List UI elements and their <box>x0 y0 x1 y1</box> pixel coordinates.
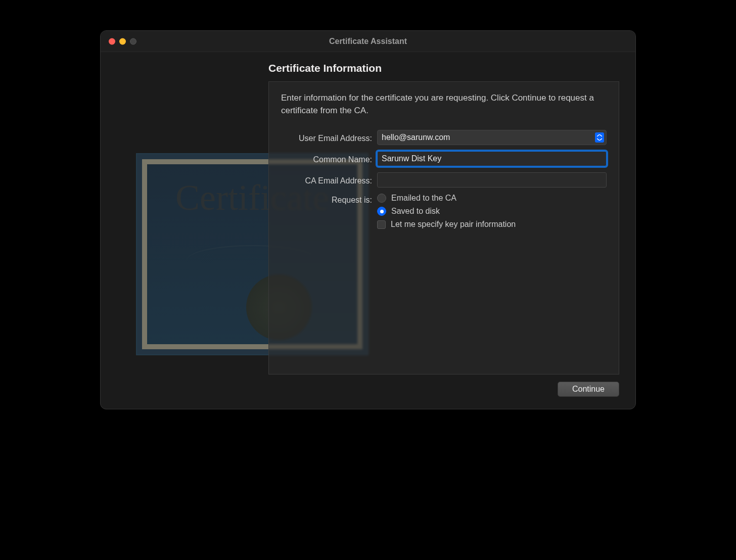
window-title: Certificate Assistant <box>101 37 635 46</box>
radio-saved-label: Saved to disk <box>391 207 440 216</box>
minimize-icon[interactable] <box>119 38 126 44</box>
user-email-value: hello@sarunw.com <box>382 133 592 142</box>
window-controls <box>109 38 136 44</box>
window-content: Certificate Information Enter informatio… <box>101 52 635 409</box>
ca-email-label: CA Email Address: <box>281 174 377 185</box>
user-email-label: User Email Address: <box>281 132 377 143</box>
request-is-label: Request is: <box>281 194 377 205</box>
radio-icon <box>377 194 386 203</box>
checkbox-specify-keypair[interactable]: Let me specify key pair information <box>377 220 607 229</box>
ca-email-input[interactable] <box>377 172 607 188</box>
checkbox-icon <box>377 220 386 229</box>
form-panel: Enter information for the certificate yo… <box>268 81 619 375</box>
radio-emailed-to-ca[interactable]: Emailed to the CA <box>377 194 607 203</box>
chevron-down-icon[interactable] <box>595 132 604 143</box>
checkbox-specify-label: Let me specify key pair information <box>391 220 516 229</box>
zoom-disabled-icon <box>130 38 136 44</box>
user-email-combobox[interactable]: hello@sarunw.com <box>377 130 607 145</box>
titlebar: Certificate Assistant <box>101 31 635 52</box>
continue-button[interactable]: Continue <box>558 382 619 397</box>
common-name-label: Common Name: <box>281 153 377 164</box>
radio-emailed-label: Emailed to the CA <box>391 194 456 203</box>
section-title: Certificate Information <box>268 62 619 74</box>
radio-selected-icon <box>377 207 386 216</box>
certificate-assistant-window: Certificate Assistant Certificate Inform… <box>100 30 636 409</box>
close-icon[interactable] <box>109 38 115 44</box>
radio-saved-to-disk[interactable]: Saved to disk <box>377 207 607 216</box>
common-name-input[interactable] <box>377 151 607 166</box>
intro-text: Enter information for the certificate yo… <box>281 92 607 117</box>
